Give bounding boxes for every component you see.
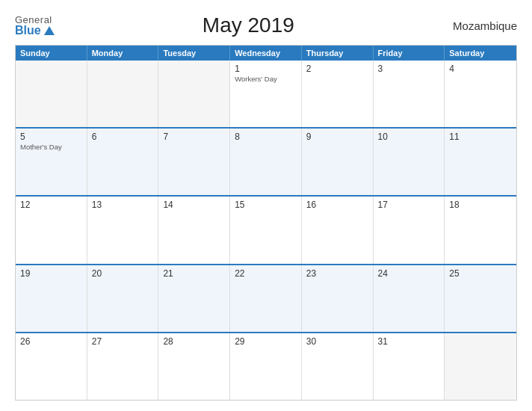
calendar-cell: 6 xyxy=(87,129,159,195)
calendar-cell: 31 xyxy=(374,333,445,400)
calendar-cell: 11 xyxy=(445,129,516,195)
logo-general-text: General xyxy=(15,15,55,25)
logo-triangle-icon xyxy=(44,26,55,35)
day-number: 6 xyxy=(92,132,154,142)
weekday-header-monday: Monday xyxy=(87,46,159,61)
calendar-cell: 17 xyxy=(374,197,445,263)
day-number: 22 xyxy=(235,268,297,279)
day-number: 31 xyxy=(378,336,440,347)
calendar-week-1: 1Workers' Day234 xyxy=(16,61,516,127)
day-number: 17 xyxy=(378,200,440,210)
calendar-cell: 24 xyxy=(374,265,445,332)
day-number: 14 xyxy=(163,200,225,210)
calendar-grid: SundayMondayTuesdayWednesdayThursdayFrid… xyxy=(15,45,517,401)
calendar-week-4: 19202122232425 xyxy=(16,264,516,332)
calendar-cell: 9 xyxy=(302,129,374,195)
day-number: 3 xyxy=(378,64,440,74)
calendar-cell: 13 xyxy=(87,197,159,263)
calendar-cell: 4 xyxy=(445,61,516,127)
day-number: 4 xyxy=(449,64,512,74)
day-number: 10 xyxy=(378,132,440,142)
calendar-header-row: SundayMondayTuesdayWednesdayThursdayFrid… xyxy=(16,46,516,61)
day-number: 21 xyxy=(163,268,225,279)
weekday-header-tuesday: Tuesday xyxy=(158,46,230,61)
calendar-title: May 2019 xyxy=(55,13,442,37)
day-number: 7 xyxy=(163,132,225,142)
calendar-cell: 12 xyxy=(16,197,87,263)
calendar-cell: 7 xyxy=(158,129,230,195)
event-label: Mother's Day xyxy=(20,143,82,151)
country-label: Mozambique xyxy=(442,19,517,32)
calendar-cell xyxy=(16,61,87,127)
day-number: 23 xyxy=(306,268,368,279)
calendar-cell: 22 xyxy=(230,265,302,332)
day-number: 11 xyxy=(449,132,512,142)
calendar-cell: 15 xyxy=(230,197,302,263)
calendar-week-5: 262728293031 xyxy=(16,332,516,400)
calendar-cell: 3 xyxy=(374,61,445,127)
calendar-cell: 19 xyxy=(16,265,87,332)
weekday-header-wednesday: Wednesday xyxy=(230,46,302,61)
day-number: 9 xyxy=(306,132,368,142)
day-number: 12 xyxy=(20,200,82,210)
day-number: 30 xyxy=(306,336,368,347)
day-number: 24 xyxy=(378,268,440,279)
calendar-cell: 10 xyxy=(374,129,445,195)
calendar-cell: 21 xyxy=(158,265,230,332)
calendar-body: 1Workers' Day2345Mother's Day67891011121… xyxy=(16,61,516,400)
day-number: 5 xyxy=(20,132,82,142)
logo: General Blue xyxy=(15,15,55,37)
calendar-cell: 30 xyxy=(302,333,374,400)
day-number: 19 xyxy=(20,268,82,279)
day-number: 13 xyxy=(92,200,154,210)
event-label: Workers' Day xyxy=(235,75,297,83)
calendar-cell: 23 xyxy=(302,265,374,332)
day-number: 20 xyxy=(92,268,154,279)
calendar-cell: 25 xyxy=(445,265,516,332)
day-number: 27 xyxy=(92,336,154,347)
day-number: 2 xyxy=(306,64,368,74)
day-number: 8 xyxy=(235,132,297,142)
calendar-cell: 8 xyxy=(230,129,302,195)
calendar-cell: 20 xyxy=(87,265,159,332)
weekday-header-friday: Friday xyxy=(374,46,445,61)
day-number: 16 xyxy=(306,200,368,210)
calendar-cell: 26 xyxy=(16,333,87,400)
day-number: 25 xyxy=(449,268,512,279)
day-number: 18 xyxy=(449,200,512,210)
weekday-header-thursday: Thursday xyxy=(302,46,374,61)
day-number: 26 xyxy=(20,336,82,347)
calendar-cell xyxy=(158,61,230,127)
calendar-cell: 29 xyxy=(230,333,302,400)
header: General Blue May 2019 Mozambique xyxy=(15,13,517,37)
weekday-header-saturday: Saturday xyxy=(445,46,516,61)
day-number: 15 xyxy=(235,200,297,210)
calendar-cell: 28 xyxy=(158,333,230,400)
day-number: 28 xyxy=(163,336,225,347)
calendar-cell: 2 xyxy=(302,61,374,127)
calendar-week-2: 5Mother's Day67891011 xyxy=(16,127,516,195)
calendar-cell: 14 xyxy=(158,197,230,263)
calendar-cell xyxy=(87,61,159,127)
day-number: 29 xyxy=(235,336,297,347)
calendar-cell: 1Workers' Day xyxy=(230,61,302,127)
calendar-cell: 27 xyxy=(87,333,159,400)
day-number: 1 xyxy=(235,64,297,74)
calendar-week-3: 12131415161718 xyxy=(16,195,516,263)
calendar-cell: 5Mother's Day xyxy=(16,129,87,195)
logo-blue-text: Blue xyxy=(15,25,55,37)
calendar-page: General Blue May 2019 Mozambique SundayM… xyxy=(0,0,532,411)
calendar-cell xyxy=(445,333,516,400)
weekday-header-sunday: Sunday xyxy=(16,46,87,61)
calendar-cell: 18 xyxy=(445,197,516,263)
calendar-cell: 16 xyxy=(302,197,374,263)
